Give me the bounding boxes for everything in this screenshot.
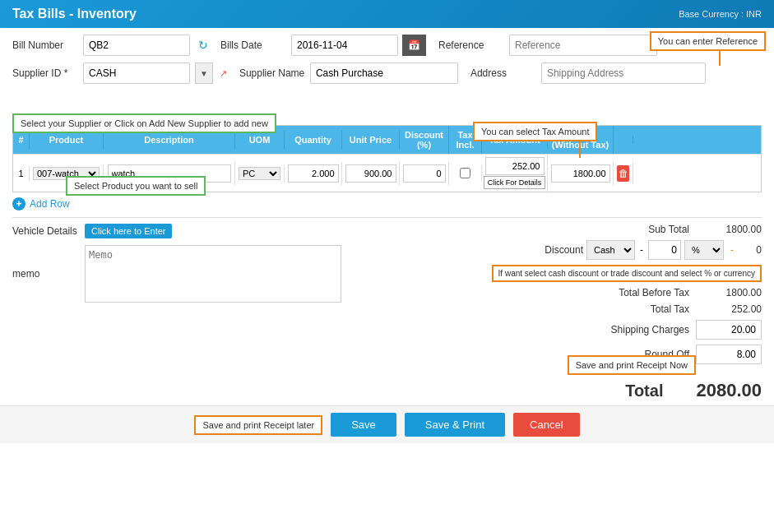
memo-label: memo: [12, 268, 78, 280]
bill-number-label: Bill Number: [12, 39, 78, 51]
reference-label: Reference: [438, 39, 504, 51]
quantity-input[interactable]: [288, 164, 339, 183]
reference-group: Reference: [438, 35, 657, 56]
row-tax-incl: [449, 165, 482, 181]
discount-annotation-wrapper: If want select cash discount or trade di…: [350, 265, 762, 282]
discount-value-input[interactable]: [648, 240, 681, 260]
cancel-button[interactable]: Cancel: [513, 413, 579, 437]
supplier-dropdown-icon[interactable]: ▼: [195, 62, 213, 84]
save-print-callout-text: Save and print Receipt Now: [568, 355, 696, 375]
bottom-section: Vehicle Details Click here to Enter memo…: [0, 220, 774, 373]
col-header-quantity: Quantity: [285, 131, 342, 149]
supplier-id-group: Supplier ID * ▼ ↗: [12, 62, 227, 84]
row-num: 1: [13, 166, 30, 181]
row-unit-price: [342, 162, 400, 185]
vehicle-details-button[interactable]: Click here to Enter: [85, 224, 172, 238]
supplier-id-input[interactable]: [83, 62, 190, 84]
discount-input[interactable]: [403, 164, 446, 183]
col-header-product: Product: [30, 131, 104, 149]
row-uom: PC: [235, 164, 285, 183]
sub-total-label: Sub Total: [599, 224, 689, 235]
app-header: Tax Bills - Inventory Base Currency : IN…: [0, 0, 774, 28]
save-button[interactable]: Save: [331, 413, 396, 437]
address-input[interactable]: [541, 62, 706, 84]
click-for-details-button[interactable]: Click For Details: [484, 176, 546, 189]
summary-section: Sub Total 1800.00 Discount Cash Trade - …: [350, 224, 762, 369]
total-tax-label: Total Tax: [599, 303, 689, 315]
supplier-name-group: Supplier Name: [239, 62, 458, 84]
total-tax-row: Total Tax 252.00: [350, 303, 762, 315]
calendar-icon[interactable]: 📅: [402, 35, 426, 56]
unit-price-input[interactable]: [345, 164, 396, 183]
memo-textarea[interactable]: [85, 245, 341, 303]
save-print-callout: Save and print Receipt Now: [568, 355, 696, 375]
total-label: Total: [625, 382, 663, 400]
app-container: Tax Bills - Inventory Base Currency : IN…: [0, 0, 774, 532]
col-header-delete: [614, 136, 633, 144]
bill-number-group: Bill Number ↻: [12, 35, 208, 56]
page-title: Tax Bills - Inventory: [12, 7, 137, 21]
bills-date-input[interactable]: [291, 35, 398, 56]
save-later-callout-text: Save and print Receipt later: [194, 415, 322, 435]
total-before-tax-label: Total Before Tax: [599, 287, 689, 298]
tax-amount-input[interactable]: [485, 157, 545, 175]
total-before-tax-row: Total Before Tax 1800.00: [350, 287, 762, 298]
add-row-label: Add Row: [30, 198, 70, 210]
row-total: [548, 162, 614, 185]
delete-row-button[interactable]: 🗑: [617, 165, 629, 182]
memo-row: memo: [12, 245, 341, 303]
total-value: 2080.00: [696, 380, 762, 401]
reference-callout: You can enter Reference: [650, 31, 766, 51]
discount-result-value: 0: [737, 244, 762, 256]
supplier-name-input[interactable]: [310, 62, 458, 84]
total-before-tax-value: 1800.00: [696, 287, 762, 298]
col-header-description: Description: [104, 131, 235, 149]
bottom-left: Vehicle Details Click here to Enter memo: [12, 224, 350, 369]
address-group: Address: [470, 62, 706, 84]
sub-total-row: Sub Total 1800.00: [350, 224, 762, 235]
round-off-row: Round Off: [350, 345, 762, 364]
tax-incl-checkbox[interactable]: [460, 168, 470, 178]
bills-date-group: Bills Date 📅: [220, 35, 426, 56]
discount-row: Discount Cash Trade - % Cur - 0: [350, 240, 762, 260]
uom-select[interactable]: PC: [239, 167, 280, 180]
supplier-id-label: Supplier ID *: [12, 67, 78, 79]
product-callout: Select Product you want to sell: [66, 176, 206, 196]
bills-date-label: Bills Date: [220, 39, 286, 51]
total-input[interactable]: [551, 164, 610, 183]
supplier-name-label: Supplier Name: [239, 67, 305, 79]
refresh-icon[interactable]: ↻: [198, 39, 208, 52]
form-row-2: Supplier ID * ▼ ↗ Supplier Name Address: [12, 62, 762, 84]
row-discount: [400, 162, 449, 185]
footer: Save and print Receipt later Save Save &…: [0, 405, 774, 443]
discount-callout-text: If want select cash discount or trade di…: [492, 265, 762, 282]
total-section: Save and print Receipt Now Total 2080.00: [0, 373, 774, 405]
bill-number-input[interactable]: [83, 35, 190, 56]
discount-percent-select[interactable]: % Cur: [684, 240, 724, 260]
row-tax-amount: Click For Details: [482, 155, 548, 192]
tax-amount-callout: You can select Tax Amount: [473, 122, 597, 141]
save-later-callout-wrapper: Save and print Receipt later: [194, 415, 322, 435]
col-header-uom: UOM: [235, 131, 285, 149]
product-callout-text: Select Product you want to sell: [66, 176, 206, 196]
reference-input[interactable]: [509, 35, 657, 56]
sub-total-value: 1800.00: [696, 224, 762, 235]
add-row-button[interactable]: + Add Row: [0, 192, 774, 215]
table-section: # Product Description UOM Quantity Unit …: [0, 125, 774, 215]
add-row-plus-icon: +: [12, 197, 25, 210]
shipping-label: Shipping Charges: [599, 324, 689, 335]
address-label: Address: [470, 67, 536, 79]
shipping-row: Shipping Charges: [350, 320, 762, 340]
col-header-unit-price: Unit Price: [342, 131, 400, 149]
reference-callout-text: You can enter Reference: [650, 31, 766, 51]
tax-amount-callout-text: You can select Tax Amount: [473, 122, 597, 141]
row-quantity: [285, 162, 342, 185]
round-off-input[interactable]: [696, 345, 762, 364]
save-print-button[interactable]: Save & Print: [405, 413, 505, 437]
row-delete: 🗑: [614, 163, 633, 184]
discount-type-select[interactable]: Cash Trade: [586, 240, 635, 260]
shipping-input[interactable]: [696, 320, 762, 340]
base-currency-label: Base Currency : INR: [679, 9, 762, 19]
total-tax-value: 252.00: [696, 303, 762, 315]
supplier-callout: Select your Supplier or Click on Add New…: [12, 113, 276, 133]
